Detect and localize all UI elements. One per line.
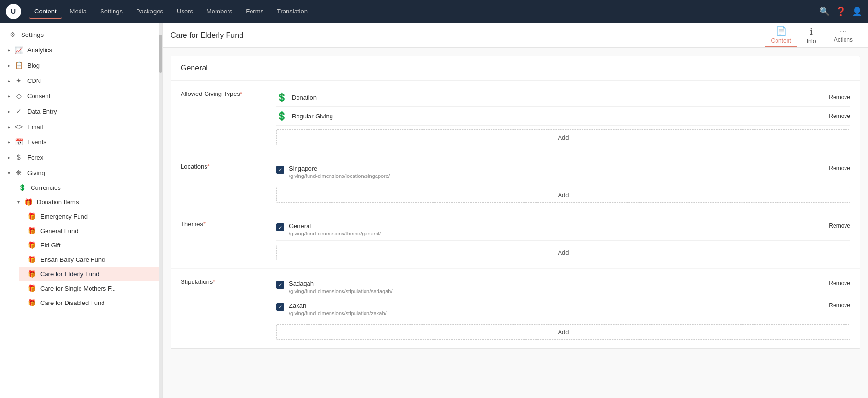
sidebar-item-giving[interactable]: ❋ Giving [0, 165, 159, 180]
donation-label: Donation [292, 94, 824, 101]
help-icon[interactable]: ❓ [835, 6, 846, 17]
currencies-icon: 💲 [17, 184, 27, 191]
settings-icon: ⚙ [8, 31, 17, 38]
sidebar-item-settings[interactable]: ⚙ Settings [0, 27, 159, 42]
singapore-checkbox[interactable] [276, 166, 284, 174]
sidebar-group-analytics: 📈 Analytics [0, 42, 159, 58]
remove-regular-giving-button[interactable]: Remove [829, 113, 850, 119]
sidebar-item-analytics[interactable]: 📈 Analytics [0, 42, 159, 58]
sidebar-item-eid-gift[interactable]: 🎁 Eid Gift [19, 238, 159, 252]
page-title: Care for Elderly Fund [171, 31, 760, 40]
singapore-name: Singapore [289, 165, 824, 172]
cdn-chevron [8, 78, 10, 83]
remove-donation-button[interactable]: Remove [829, 94, 850, 101]
sidebar-item-data-entry[interactable]: ✓ Data Entry [0, 104, 159, 119]
sadaqah-checkbox[interactable] [276, 281, 284, 289]
general-section: General Allowed Giving Types* 💲 Donation… [171, 56, 860, 349]
sidebar-group-cdn: ✦ CDN [0, 73, 159, 88]
content-tab-button[interactable]: 📄 Content [765, 24, 797, 47]
nav-users[interactable]: Users [171, 5, 199, 19]
remove-sadaqah-button[interactable]: Remove [829, 280, 850, 287]
stipulations-field: Sadaqah /giving/fund-dimensions/stipulat… [276, 276, 850, 340]
zakah-path: /giving/fund-dimensions/stipulation/zaka… [289, 310, 824, 316]
sadaqah-name: Sadaqah [289, 280, 824, 287]
content-tab-icon: 📄 [776, 26, 787, 36]
forex-chevron [8, 155, 10, 160]
logo[interactable]: U [6, 4, 21, 19]
sadaqah-path: /giving/fund-dimensions/stipulation/sada… [289, 288, 824, 294]
nav-items: Content Media Settings Packages Users Me… [29, 5, 819, 19]
sidebar-item-blog[interactable]: 📋 Blog [0, 58, 159, 73]
sadaqah-info: Sadaqah /giving/fund-dimensions/stipulat… [289, 280, 824, 294]
regular-giving-label: Regular Giving [292, 113, 824, 120]
care-elderly-icon: 🎁 [27, 270, 36, 278]
giving-chevron [8, 170, 10, 176]
nav-translation[interactable]: Translation [271, 5, 313, 19]
user-icon[interactable]: 👤 [852, 6, 862, 17]
general-theme-checkbox[interactable] [276, 223, 284, 231]
nav-forms[interactable]: Forms [240, 5, 269, 19]
stipulation-sadaqah: Sadaqah /giving/fund-dimensions/stipulat… [276, 276, 850, 298]
sidebar-item-email[interactable]: <> Email [0, 119, 159, 134]
sidebar-item-general-fund[interactable]: 🎁 General Fund [19, 223, 159, 238]
add-giving-type-button[interactable]: Add [276, 129, 850, 145]
donation-items-children: 🎁 Emergency Fund 🎁 General Fund 🎁 Eid Gi… [10, 209, 159, 310]
sidebar-item-events[interactable]: 📅 Events [0, 134, 159, 150]
toolbar-actions: 📄 Content ℹ Info ⋯ Actions [765, 24, 860, 47]
sidebar-item-currencies[interactable]: 💲 Currencies [10, 180, 159, 195]
sidebar-item-cdn[interactable]: ✦ CDN [0, 73, 159, 88]
content-area: Care for Elderly Fund 📄 Content ℹ Info ⋯… [163, 23, 868, 398]
locations-row: Locations* Singapore /giving/fund-dimens… [171, 153, 860, 211]
add-theme-button[interactable]: Add [276, 245, 850, 260]
nav-members[interactable]: Members [201, 5, 238, 19]
theme-general: General /giving/fund-dimensions/theme/ge… [276, 219, 850, 241]
sidebar: ⚙ Settings 📈 Analytics 📋 Blog [0, 23, 163, 398]
nav-packages[interactable]: Packages [130, 5, 169, 19]
nav-settings[interactable]: Settings [94, 5, 128, 19]
zakah-info: Zakah /giving/fund-dimensions/stipulatio… [289, 302, 824, 316]
location-singapore: Singapore /giving/fund-dimensions/locati… [276, 161, 850, 183]
general-fund-icon: 🎁 [27, 227, 36, 234]
add-location-button[interactable]: Add [276, 187, 850, 203]
search-icon[interactable]: 🔍 [819, 6, 830, 17]
remove-general-theme-button[interactable]: Remove [829, 222, 850, 229]
sidebar-item-donation-items[interactable]: 🎁 Donation Items [10, 195, 159, 209]
remove-singapore-button[interactable]: Remove [829, 165, 850, 172]
nav-right-icons: 🔍 ❓ 👤 [819, 6, 862, 17]
sidebar-group-email: <> Email [0, 119, 159, 134]
donation-items-icon: 🎁 [23, 198, 33, 206]
nav-content[interactable]: Content [29, 5, 62, 19]
zakah-checkbox[interactable] [276, 303, 284, 311]
top-navigation: U Content Media Settings Packages Users … [0, 0, 868, 23]
zakah-name: Zakah [289, 302, 824, 309]
events-chevron [8, 140, 10, 145]
sidebar-item-care-single-mothers[interactable]: 🎁 Care for Single Mothers F... [19, 281, 159, 295]
sidebar-item-care-elderly[interactable]: 🎁 Care for Elderly Fund [19, 267, 159, 281]
sidebar-item-emergency-fund[interactable]: 🎁 Emergency Fund [19, 209, 159, 223]
locations-label: Locations* [181, 161, 267, 203]
sidebar-item-forex[interactable]: $ Forex [0, 150, 159, 165]
sidebar-item-care-disabled[interactable]: 🎁 Care for Disabled Fund [19, 295, 159, 310]
sidebar-item-ehsan-baby[interactable]: 🎁 Ehsan Baby Care Fund [19, 252, 159, 267]
general-theme-name: General [289, 222, 824, 230]
themes-label: Themes* [181, 219, 267, 260]
remove-zakah-button[interactable]: Remove [829, 302, 850, 309]
locations-field: Singapore /giving/fund-dimensions/locati… [276, 161, 850, 203]
email-chevron [8, 124, 10, 129]
cdn-icon: ✦ [14, 77, 23, 84]
sidebar-group-blog: 📋 Blog [0, 58, 159, 73]
actions-icon: ⋯ [840, 28, 846, 35]
giving-type-regular: 💲 Regular Giving Remove [276, 107, 850, 126]
stipulation-zakah: Zakah /giving/fund-dimensions/stipulatio… [276, 298, 850, 320]
sidebar-group-consent: ◇ Consent [0, 88, 159, 104]
regular-giving-icon: 💲 [276, 111, 287, 121]
main-layout: ⚙ Settings 📈 Analytics 📋 Blog [0, 23, 868, 398]
blog-chevron [8, 63, 10, 68]
actions-button[interactable]: ⋯ Actions [826, 26, 860, 45]
sidebar-item-consent[interactable]: ◇ Consent [0, 88, 159, 104]
add-stipulation-button[interactable]: Add [276, 324, 850, 340]
info-tab-button[interactable]: ℹ Info [801, 24, 822, 47]
general-theme-info: General /giving/fund-dimensions/theme/ge… [289, 222, 824, 236]
nav-media[interactable]: Media [64, 5, 92, 19]
giving-children: 💲 Currencies 🎁 Donation Items 🎁 Emergenc… [0, 180, 159, 310]
